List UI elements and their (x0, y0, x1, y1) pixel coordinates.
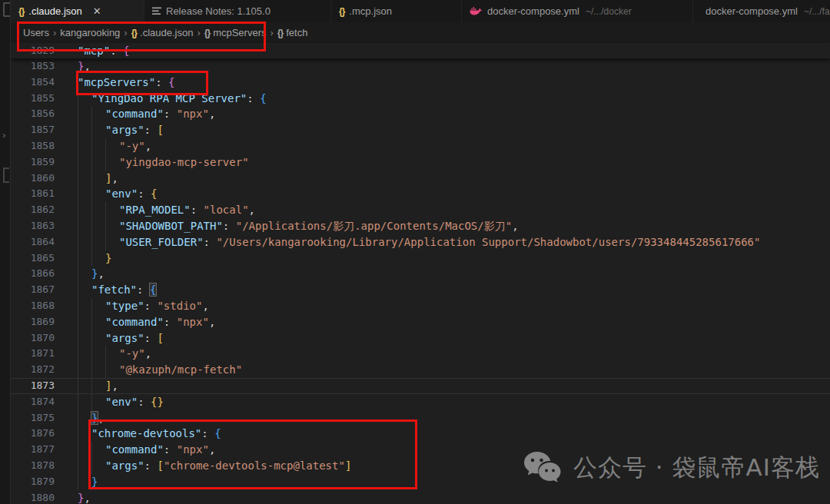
code-line-1865[interactable]: 1865} (11, 250, 830, 267)
code-text: }, (67, 410, 105, 426)
vscode-window: › {} .claude.json ✕ Release Notes: 1.105… (0, 0, 830, 504)
code-line-1855[interactable]: 1855"YingDao RPA MCP Server": { (11, 91, 830, 107)
tab-docker-compose-2[interactable]: docker-compose.yml ~/.../fast (693, 0, 830, 22)
activity-strip: › (0, 0, 11, 504)
code-line-1856[interactable]: 1856"command": "npx", (11, 106, 830, 122)
code-text: "USER_FOLDER": "/Users/kangarooking/Libr… (67, 234, 760, 250)
code-line-1862[interactable]: 1862"RPA_MODEL": "local", (11, 202, 830, 218)
line-number: 1857 (11, 122, 55, 138)
watermark: 公众号 · 袋鼠帝AI客栈 (523, 450, 820, 486)
code-line-1866[interactable]: 1866}, (11, 266, 830, 282)
line-number: 1859 (11, 154, 55, 171)
code-text: ], (67, 171, 118, 187)
chevron-right-icon: › (2, 129, 5, 141)
chevron-right-icon: › (270, 27, 273, 38)
breadcrumb-item-users[interactable]: Users (23, 27, 49, 38)
code-line-1871[interactable]: 1871"-y", (11, 346, 830, 362)
tab-path-detail: ~/.../docker (586, 6, 632, 17)
breadcrumb-item-claude-json[interactable]: {} .claude.json (131, 27, 194, 38)
editor-tab-bar: {} .claude.json ✕ Release Notes: 1.105.0… (11, 0, 830, 22)
line-number: 1873 (11, 378, 55, 394)
line-number: 1853 (11, 58, 55, 75)
json-file-icon: {} (18, 6, 24, 17)
line-number: 1869 (11, 314, 55, 330)
tab-label: docker-compose.yml (706, 5, 798, 17)
activity-icon-fragment (3, 2, 10, 17)
code-line-1876[interactable]: 1876"chrome-devtools": { (11, 426, 830, 442)
code-line-1829[interactable]: 1829"mcp": { (11, 43, 830, 58)
breadcrumb-item-fetch[interactable]: {} fetch (277, 27, 308, 38)
code-line-1873[interactable]: 1873], (11, 378, 830, 394)
tab-release-notes[interactable]: Release Notes: 1.105.0 (144, 0, 331, 22)
code-text: "env": { (67, 186, 157, 202)
line-number: 1878 (11, 458, 55, 474)
tab-claude-json[interactable]: {} .claude.json ✕ (11, 0, 144, 22)
code-text: "args": [ (67, 122, 164, 138)
code-line-1874[interactable]: 1874"env": {} (11, 394, 830, 410)
code-line-1853[interactable]: 1853}, (11, 58, 830, 75)
line-number: 1861 (11, 186, 55, 202)
code-text: }, (67, 266, 105, 282)
tab-path-detail: ~/.../fast (804, 6, 830, 17)
wechat-icon (523, 450, 563, 486)
code-text: "mcp": { (67, 43, 129, 58)
code-line-1861[interactable]: 1861"env": { (11, 186, 830, 202)
code-line-1858[interactable]: 1858"-y", (11, 138, 830, 154)
code-line-1880[interactable]: 1880}, (11, 490, 830, 504)
code-line-1854[interactable]: 1854"mcpServers": { (11, 75, 830, 91)
code-line-1872[interactable]: 1872"@kazuph/mcp-fetch" (11, 362, 830, 378)
line-number: 1874 (11, 394, 55, 410)
code-line-1864[interactable]: 1864"USER_FOLDER": "/Users/kangarooking/… (11, 234, 830, 250)
code-text: "type": "stdio", (67, 298, 209, 314)
json-symbol-icon: {} (277, 28, 283, 38)
breadcrumb-label: .claude.json (140, 27, 193, 38)
release-notes-icon (152, 7, 161, 15)
docker-whale-icon (470, 6, 483, 16)
line-number: 1871 (11, 346, 55, 362)
code-text: "yingdao-mcp-server" (67, 154, 249, 171)
code-line-1859[interactable]: 1859"yingdao-mcp-server" (11, 154, 830, 171)
code-text: "env": {} (67, 394, 164, 410)
code-line-1870[interactable]: 1870"args": [ (11, 330, 830, 346)
line-number: 1858 (11, 138, 55, 154)
breadcrumb-item-kangarooking[interactable]: kangarooking (60, 27, 120, 38)
line-number: 1876 (11, 426, 55, 442)
tab-label: .mcp.json (349, 5, 392, 17)
chevron-right-icon: › (197, 27, 200, 38)
code-text: }, (67, 58, 91, 75)
breadcrumb-item-mcpservers[interactable]: {} mcpServers (204, 27, 267, 38)
code-line-1869[interactable]: 1869"command": "npx", (11, 314, 830, 330)
code-line-1863[interactable]: 1863"SHADOWBOT_PATH": "/Applications/影刀.… (11, 218, 830, 234)
code-text: "YingDao RPA MCP Server": { (67, 91, 267, 107)
breadcrumb-label: kangarooking (60, 27, 120, 38)
line-number: 1855 (11, 91, 55, 107)
code-line-1868[interactable]: 1868"type": "stdio", (11, 298, 830, 314)
line-number: 1862 (11, 202, 55, 218)
tab-docker-compose-1[interactable]: docker-compose.yml ~/.../docker (462, 0, 693, 22)
code-text: "-y", (67, 346, 151, 362)
editor-rows: 1853},1854"mcpServers": {1855"YingDao RP… (11, 58, 830, 504)
code-text: "command": "npx", (67, 314, 215, 330)
line-number: 1863 (11, 218, 55, 234)
breadcrumb: Users › kangarooking › {} .claude.json ›… (11, 22, 830, 43)
code-line-1875[interactable]: 1875}, (11, 410, 830, 426)
code-text: "-y", (67, 138, 151, 154)
activity-icon-fragment (3, 167, 9, 183)
tab-mcp-json[interactable]: {} .mcp.json (331, 0, 462, 22)
sticky-scroll-line[interactable]: 1829"mcp": { (11, 43, 830, 58)
code-text: "args": ["chrome-devtools-mcp@latest"] (67, 458, 351, 474)
line-number: 1875 (11, 410, 55, 426)
code-text: ], (67, 378, 118, 394)
json-symbol-icon: {} (204, 28, 210, 38)
code-line-1867[interactable]: 1867"fetch": { (11, 282, 830, 298)
code-line-1857[interactable]: 1857"args": [ (11, 122, 830, 138)
editor-pane[interactable]: 1829"mcp": { 1853},1854"mcpServers": {18… (11, 43, 830, 504)
line-number: 1870 (11, 330, 55, 346)
json-symbol-icon: {} (131, 28, 137, 38)
line-number: 1864 (11, 234, 55, 250)
line-number: 1879 (11, 474, 55, 490)
breadcrumb-label: mcpServers (213, 27, 266, 38)
close-icon[interactable]: ✕ (93, 5, 101, 17)
code-text: "@kazuph/mcp-fetch" (67, 362, 242, 378)
code-line-1860[interactable]: 1860], (11, 171, 830, 187)
